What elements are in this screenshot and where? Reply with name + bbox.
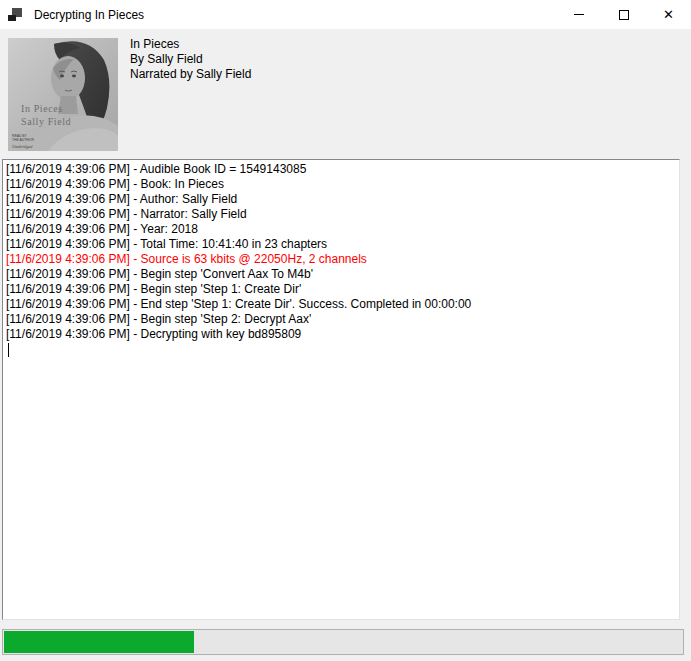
progress-fill <box>4 631 194 653</box>
cover-badge-line3: Unabridged <box>12 144 33 149</box>
log-line: [11/6/2019 4:39:06 PM] - Begin step 'Con… <box>6 267 676 282</box>
close-icon: ✕ <box>663 8 674 21</box>
log-textbox[interactable]: [11/6/2019 4:39:06 PM] - Audible Book ID… <box>2 159 680 620</box>
book-info-block: In Pieces By Sally Field Narrated by Sal… <box>130 37 251 82</box>
cover-title-text: In Pieces <box>21 103 63 114</box>
log-line: [11/6/2019 4:39:06 PM] - Begin step 'Ste… <box>6 282 676 297</box>
book-narrator: Narrated by Sally Field <box>130 67 251 82</box>
window-title: Decrypting In Pieces <box>34 8 144 22</box>
app-icon <box>8 7 24 23</box>
book-title: In Pieces <box>130 37 251 52</box>
progress-bar <box>2 629 684 655</box>
text-caret <box>8 343 9 357</box>
log-line: [11/6/2019 4:39:06 PM] - Source is 63 kb… <box>6 252 676 267</box>
maximize-icon <box>619 10 629 20</box>
log-line: [11/6/2019 4:39:06 PM] - End step 'Step … <box>6 297 676 312</box>
log-line: [11/6/2019 4:39:06 PM] - Author: Sally F… <box>6 192 676 207</box>
log-line: [11/6/2019 4:39:06 PM] - Total Time: 10:… <box>6 237 676 252</box>
maximize-button[interactable] <box>601 0 646 29</box>
minimize-button[interactable] <box>556 0 601 29</box>
cover-author-text: Sally Field <box>21 116 71 127</box>
title-bar: Decrypting In Pieces ✕ <box>0 0 691 29</box>
book-cover-image: In Pieces Sally Field READ BY THE AUTHOR… <box>8 38 118 151</box>
log-line: [11/6/2019 4:39:06 PM] - Begin step 'Ste… <box>6 312 676 327</box>
close-button[interactable]: ✕ <box>646 0 691 29</box>
log-line: [11/6/2019 4:39:06 PM] - Book: In Pieces <box>6 177 676 192</box>
log-line: [11/6/2019 4:39:06 PM] - Decrypting with… <box>6 327 676 342</box>
book-cover-art: In Pieces Sally Field READ BY THE AUTHOR… <box>8 38 118 151</box>
minimize-icon <box>574 14 584 15</box>
log-line: [11/6/2019 4:39:06 PM] - Narrator: Sally… <box>6 207 676 222</box>
book-author: By Sally Field <box>130 52 251 67</box>
log-line: [11/6/2019 4:39:06 PM] - Year: 2018 <box>6 222 676 237</box>
cover-badge-line2: THE AUTHOR <box>12 138 34 142</box>
log-line: [11/6/2019 4:39:06 PM] - Audible Book ID… <box>6 162 676 177</box>
